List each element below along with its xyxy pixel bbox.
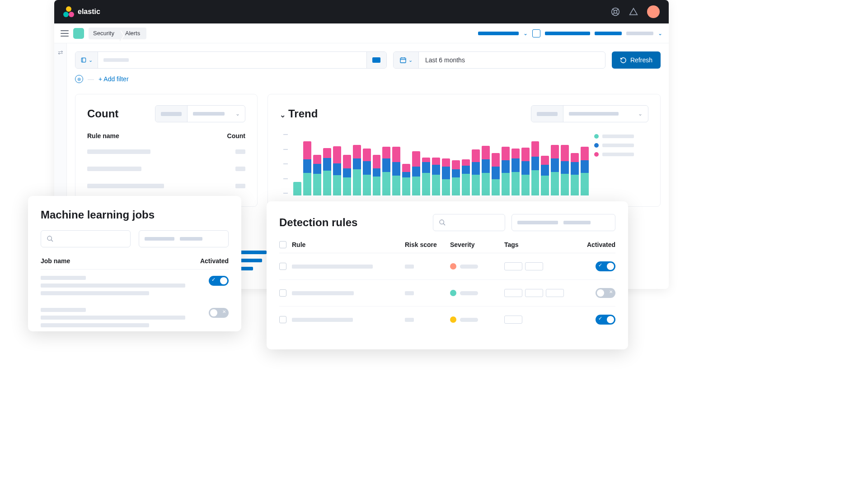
tag-badge[interactable]: [525, 289, 543, 297]
query-input[interactable]: [98, 52, 366, 68]
chart-bar[interactable]: [462, 159, 470, 195]
trend-panel-title[interactable]: ⌄Trend: [280, 107, 318, 120]
chart-bar[interactable]: [442, 158, 450, 195]
count-table-row[interactable]: [87, 160, 245, 177]
chart-bar[interactable]: [303, 141, 311, 195]
breadcrumb-security[interactable]: Security: [89, 30, 121, 37]
chart-bar[interactable]: [571, 153, 579, 195]
ml-groups-select[interactable]: [139, 230, 229, 247]
svg-rect-7: [400, 58, 406, 63]
chart-bar[interactable]: [422, 158, 430, 195]
chart-bar[interactable]: [412, 151, 420, 195]
chevron-down-icon: ⌄: [280, 111, 286, 119]
count-panel-title: Count: [87, 107, 118, 120]
header-action-2[interactable]: [545, 32, 590, 35]
dr-table-header: Rule Risk score Severity Tags Activated: [279, 241, 615, 253]
activate-toggle[interactable]: [596, 288, 615, 298]
chart-bar[interactable]: [482, 146, 490, 195]
ml-job-row: [41, 270, 229, 302]
ml-search-input[interactable]: [41, 230, 131, 247]
trend-stackby-select[interactable]: ⌄: [531, 105, 648, 122]
row-checkbox[interactable]: [279, 289, 286, 297]
menu-toggle-icon[interactable]: [61, 30, 69, 37]
chart-bar[interactable]: [452, 160, 460, 195]
user-avatar[interactable]: [647, 5, 660, 18]
chart-bar[interactable]: [343, 155, 351, 195]
rule-row: [279, 307, 615, 333]
panels: Count ⌄ Rule name Count ⌄Trend: [75, 94, 661, 207]
chart-bar[interactable]: [561, 145, 569, 195]
refresh-button[interactable]: Refresh: [612, 51, 661, 69]
chart-bar[interactable]: [333, 146, 341, 195]
tag-badge[interactable]: [504, 289, 522, 297]
trend-chart: [280, 132, 648, 195]
calendar-icon[interactable]: ⌄: [394, 52, 419, 68]
chart-bar[interactable]: [432, 158, 440, 195]
activate-toggle[interactable]: [209, 308, 229, 318]
chart-bar[interactable]: [363, 149, 371, 195]
count-table-row[interactable]: [87, 143, 245, 160]
chart-bar[interactable]: [382, 147, 390, 195]
space-selector[interactable]: [73, 28, 84, 39]
breadcrumb-alerts[interactable]: Alerts: [121, 30, 146, 37]
svg-point-13: [440, 220, 444, 224]
chart-bar[interactable]: [541, 156, 549, 195]
elastic-logo-icon: [63, 6, 74, 17]
row-checkbox[interactable]: [279, 263, 286, 270]
chart-bar[interactable]: [511, 149, 520, 195]
activate-toggle[interactable]: [209, 276, 229, 286]
query-options-button[interactable]: ⌄: [75, 52, 98, 68]
activate-toggle[interactable]: [596, 315, 615, 325]
query-language-toggle[interactable]: [366, 52, 386, 68]
chart-bar[interactable]: [293, 182, 301, 195]
dr-tags-select[interactable]: [511, 214, 615, 231]
legend-item[interactable]: [594, 143, 648, 148]
tag-badge[interactable]: [546, 289, 564, 297]
header-icon-button[interactable]: [532, 29, 540, 37]
alert-triangle-icon[interactable]: [629, 7, 638, 16]
chart-bar[interactable]: [551, 145, 559, 195]
help-icon[interactable]: [611, 7, 620, 16]
header-action-1[interactable]: [478, 32, 519, 35]
chart-bar[interactable]: [373, 155, 381, 195]
count-table-header: Rule name Count: [87, 132, 245, 143]
tag-badge[interactable]: [504, 316, 522, 324]
add-filter-button[interactable]: + Add filter: [99, 75, 129, 83]
tag-badge[interactable]: [525, 262, 543, 270]
chart-bars: [293, 132, 589, 195]
date-range-value[interactable]: Last 6 months: [419, 52, 605, 68]
chart-bar[interactable]: [581, 147, 589, 195]
dr-search-input[interactable]: [433, 214, 505, 231]
chart-bar[interactable]: [353, 145, 361, 195]
chart-bar[interactable]: [472, 149, 480, 195]
trend-panel: ⌄Trend ⌄: [267, 94, 661, 207]
logo[interactable]: elastic: [63, 6, 100, 17]
chart-bar[interactable]: [392, 147, 400, 195]
count-stackby-select[interactable]: ⌄: [155, 105, 245, 122]
chart-bar[interactable]: [521, 148, 530, 195]
row-checkbox[interactable]: [279, 316, 286, 323]
tag-badge[interactable]: [504, 262, 522, 270]
refresh-icon: [620, 57, 627, 64]
date-range-picker[interactable]: ⌄ Last 6 months: [393, 51, 605, 69]
svg-point-11: [47, 236, 52, 240]
topbar: elastic: [54, 0, 669, 23]
select-all-checkbox[interactable]: [279, 241, 286, 248]
severity-dot: [450, 290, 456, 296]
chart-bar[interactable]: [531, 141, 540, 195]
topbar-right: [611, 5, 660, 18]
count-table-row[interactable]: [87, 177, 245, 195]
query-bar[interactable]: ⌄: [75, 51, 387, 69]
chevron-down-icon[interactable]: ⌄: [658, 30, 662, 37]
filter-options-icon[interactable]: ⊜: [75, 75, 83, 83]
chart-bar[interactable]: [313, 155, 321, 195]
chart-bar[interactable]: [402, 164, 410, 195]
activate-toggle[interactable]: [596, 261, 615, 271]
chevron-down-icon[interactable]: ⌄: [523, 30, 528, 37]
legend-item[interactable]: [594, 134, 648, 139]
chart-bar[interactable]: [492, 153, 500, 195]
chart-bar[interactable]: [502, 147, 510, 195]
legend-item[interactable]: [594, 152, 648, 157]
header-action-3[interactable]: [595, 32, 622, 35]
chart-bar[interactable]: [323, 148, 331, 195]
